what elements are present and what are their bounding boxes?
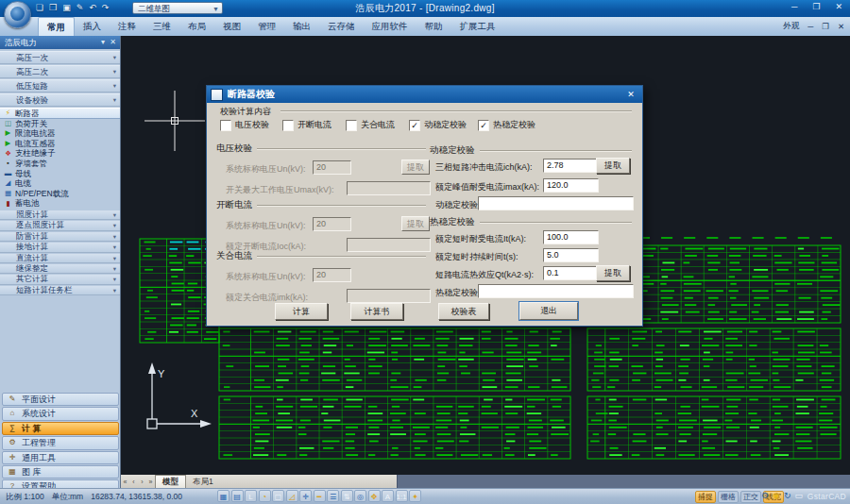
- sidebar-item-load-switch[interactable]: ◫负荷开关: [0, 119, 120, 129]
- rated-peak-withstand-field[interactable]: 120.0: [543, 178, 599, 193]
- checkbox-box[interactable]: [346, 120, 357, 131]
- chevron-down-icon[interactable]: ▾: [113, 94, 116, 106]
- nav-library[interactable]: ▦图 库: [2, 465, 119, 479]
- pin-icon[interactable]: ▾: [101, 36, 105, 49]
- doc-restore-button[interactable]: ❐: [822, 22, 829, 31]
- sidebar-item-busbar[interactable]: ▬母线: [0, 169, 120, 179]
- redo-icon[interactable]: ↷: [102, 2, 110, 14]
- sidebar-item-device-check[interactable]: 设备校验▾: [0, 93, 120, 107]
- ribbon-tab-help[interactable]: 帮助: [416, 17, 451, 36]
- calculate-button[interactable]: 计算: [275, 303, 328, 320]
- sidebar-item-grounding-calc[interactable]: 接地计算▾: [0, 243, 120, 252]
- new-file-icon[interactable]: ❏: [36, 2, 43, 14]
- ribbon-tab-cloud[interactable]: 云存储: [319, 17, 364, 36]
- sidebar-item-battery[interactable]: ▮蓄电池: [0, 198, 120, 209]
- chevron-down-icon[interactable]: ▾: [113, 264, 116, 273]
- checkbox-box[interactable]: ✓: [478, 120, 489, 131]
- sidebar-item-npe[interactable]: ▦N/PE/PEN载流: [0, 189, 120, 199]
- chevron-down-icon[interactable]: ▾: [113, 210, 116, 219]
- chevron-down-icon[interactable]: ▾: [113, 286, 116, 294]
- thermal-effect-field[interactable]: 0.1: [543, 266, 599, 280]
- ribbon-tab-common[interactable]: 常用: [38, 17, 75, 36]
- chevron-down-icon[interactable]: ▾: [113, 52, 116, 63]
- doc-minimize-button[interactable]: ─: [808, 22, 813, 31]
- zoom-icon[interactable]: ◎: [354, 490, 366, 502]
- transparency-icon[interactable]: ☰: [327, 490, 339, 502]
- toggle-snap[interactable]: 捕捉: [695, 491, 716, 503]
- checkbox-breaking-current[interactable]: 开断电流: [282, 119, 332, 131]
- nav-calculate[interactable]: ∑计 算: [2, 422, 119, 435]
- sidebar-item-point-illuminance-calc[interactable]: 逐点照度计算▾: [0, 221, 120, 230]
- sidebar-item-hv-secondary[interactable]: 高压二次▾: [0, 65, 120, 78]
- chevron-down-icon[interactable]: ▾: [113, 232, 116, 241]
- tab-first-button[interactable]: «: [121, 479, 129, 485]
- sidebar-item-short-circuit-taskbar[interactable]: 短路计算任务栏▾: [0, 286, 120, 295]
- lineweight-icon[interactable]: ━: [314, 490, 326, 502]
- sidebar-item-other-calc[interactable]: 其它计算▾: [0, 275, 120, 284]
- chevron-down-icon[interactable]: ▾: [113, 80, 116, 92]
- short-time-withstand-field[interactable]: 100.0: [543, 230, 599, 244]
- save-icon[interactable]: ▣: [62, 2, 71, 14]
- sidebar-item-hv-primary[interactable]: 高压一次▾: [0, 51, 120, 64]
- close-icon[interactable]: ✕: [110, 36, 116, 49]
- snap-icon[interactable]: ▤: [231, 490, 244, 502]
- tab-prev-button[interactable]: ‹: [129, 479, 138, 485]
- close-button[interactable]: ✕: [835, 2, 842, 11]
- extract-button[interactable]: 提取: [596, 265, 630, 281]
- grid-icon[interactable]: ▦: [217, 490, 230, 502]
- sidebar-item-breaker[interactable]: ⚡断路器: [0, 108, 120, 119]
- plot-icon[interactable]: ✎: [76, 2, 84, 14]
- checkbox-making-current[interactable]: 关合电流: [346, 119, 395, 131]
- undo-icon[interactable]: ↶: [89, 2, 96, 14]
- ribbon-tab-ext-tools[interactable]: 扩展工具: [451, 17, 504, 36]
- nav-project-manage[interactable]: ⚙工程管理: [2, 436, 119, 449]
- checkbox-voltage-check[interactable]: 电压校验: [220, 119, 269, 131]
- bulb-icon[interactable]: ◉: [773, 490, 780, 502]
- pan-icon[interactable]: ✥: [368, 490, 381, 502]
- toggle-ortho[interactable]: 正交: [740, 491, 761, 503]
- sidebar-item-relay-setting[interactable]: 继保整定▾: [0, 264, 120, 274]
- dialog-title-bar[interactable]: 断路器校验 ✕: [207, 86, 642, 103]
- ribbon-tab-3d[interactable]: 三维: [144, 17, 179, 36]
- impact-current-field[interactable]: 2.78: [543, 159, 599, 173]
- sidebar-item-lightning-calc[interactable]: 防雷计算▾: [0, 232, 120, 242]
- exit-button[interactable]: 退出: [519, 302, 578, 320]
- ribbon-tab-apps[interactable]: 应用软件: [364, 17, 416, 36]
- check-table-button[interactable]: 校验表: [438, 303, 489, 320]
- tab-layout1[interactable]: 布局1: [186, 476, 220, 488]
- dyn-input-icon[interactable]: ▢: [272, 490, 284, 502]
- annoscale-icon[interactable]: 1:1: [396, 490, 408, 502]
- ribbon-tab-insert[interactable]: 插入: [75, 17, 110, 36]
- tab-last-button[interactable]: »: [146, 479, 155, 485]
- chevron-down-icon[interactable]: ▾: [113, 254, 116, 262]
- open-file-icon[interactable]: ❒: [49, 2, 57, 14]
- chevron-down-icon[interactable]: ▾: [113, 221, 116, 229]
- doc-close-button[interactable]: ✕: [838, 22, 844, 31]
- chevron-down-icon[interactable]: ▼: [212, 3, 219, 15]
- sidebar-item-reactor[interactable]: ▶限流电抗器: [0, 128, 120, 139]
- checkbox-box[interactable]: [282, 120, 294, 131]
- monitor-icon[interactable]: ▭: [794, 490, 803, 502]
- calc-report-button[interactable]: 计算书: [350, 303, 403, 320]
- nav-common-tools[interactable]: ✛通用工具: [2, 451, 119, 464]
- tab-model[interactable]: 模型: [155, 475, 186, 488]
- workspace-combo[interactable]: 二维草图 ▼: [132, 2, 223, 14]
- ribbon-tab-view[interactable]: 视图: [214, 17, 249, 36]
- toggle-grid[interactable]: 栅格: [718, 491, 739, 503]
- extract-button[interactable]: 提取: [596, 158, 630, 174]
- ribbon-tab-manage[interactable]: 管理: [249, 17, 284, 36]
- sidebar-item-insulator[interactable]: ❖支柱绝缘子: [0, 148, 120, 159]
- short-time-duration-field[interactable]: 5.0: [543, 248, 599, 262]
- chevron-down-icon[interactable]: ▾: [113, 243, 116, 251]
- appearance-label[interactable]: 外观: [783, 21, 799, 32]
- sidebar-item-illuminance-calc[interactable]: 照度计算▾: [0, 210, 120, 220]
- checkbox-dynamic-stability[interactable]: ✓ 动稳定校验: [409, 119, 467, 131]
- sidebar-item-dc-calc[interactable]: 直流计算▾: [0, 254, 120, 263]
- tab-next-button[interactable]: ›: [138, 479, 146, 485]
- sidebar-item-cable[interactable]: ◢电缆: [0, 178, 120, 189]
- fullscreen-icon[interactable]: ✦: [409, 490, 421, 502]
- app-logo-button[interactable]: [4, 1, 31, 28]
- polar-icon[interactable]: ◔: [259, 490, 271, 502]
- annotation-icon[interactable]: A: [382, 490, 394, 502]
- minimize-button[interactable]: ─: [791, 2, 797, 11]
